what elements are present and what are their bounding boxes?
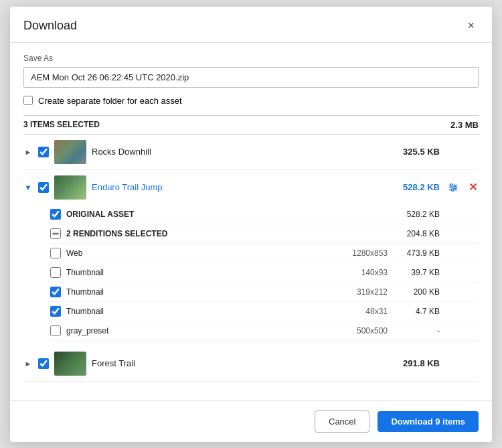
sub-row-web: Web 1280x853 473.9 KB (50, 244, 479, 263)
checkbox-enduro[interactable] (38, 182, 49, 193)
gray-preset-size: - (393, 326, 440, 335)
separate-folder-label: Create separate folder for each asset (38, 96, 182, 106)
download-dialog: Download × Save As Create separate folde… (10, 7, 492, 442)
checkbox-renditions[interactable] (50, 228, 61, 239)
thumbnail48-dim: 48x31 (334, 307, 388, 316)
thumb-enduro (54, 175, 86, 200)
web-size: 473.9 KB (393, 248, 440, 258)
save-as-input[interactable] (23, 67, 479, 88)
chevron-forest[interactable]: ► (23, 360, 33, 368)
checkbox-thumbnail319[interactable] (50, 287, 61, 297)
svg-point-3 (450, 183, 453, 186)
sub-row-gray-preset: gray_preset 500x500 - (50, 321, 479, 341)
thumb-forest (54, 352, 86, 376)
dialog-body: Save As Create separate folder for each … (10, 43, 492, 400)
close-button[interactable]: × (463, 17, 479, 34)
asset-name-rocks: Rocks Downhill (92, 147, 381, 157)
asset-name-enduro[interactable]: Enduro Trail Jump (92, 182, 381, 192)
save-as-label: Save As (23, 54, 479, 63)
checkbox-web[interactable] (50, 248, 61, 258)
thumb-rocks (54, 140, 86, 164)
checkbox-rocks[interactable] (38, 147, 49, 157)
checkbox-thumbnail48[interactable] (50, 306, 61, 317)
items-selected-label: 3 ITEMS SELECTED (23, 120, 100, 129)
asset-size-enduro: 528.2 KB (386, 182, 440, 192)
asset-row-forest: ► Forest Trail 291.8 KB (23, 346, 479, 382)
thumbnail48-label: Thumbnail (66, 307, 329, 316)
checkbox-thumbnail140[interactable] (50, 267, 61, 278)
cancel-button[interactable]: Cancel (315, 410, 369, 433)
remove-enduro-button[interactable]: ✕ (467, 179, 479, 195)
thumbnail319-dim: 319x212 (334, 287, 388, 297)
web-dim: 1280x853 (334, 248, 388, 258)
dialog-header: Download × (10, 7, 492, 43)
sub-row-renditions-header: 2 RENDITIONS SELECTED 204.8 KB (50, 224, 479, 244)
gray-preset-label: gray_preset (66, 326, 329, 335)
chevron-enduro[interactable]: ▼ (23, 183, 33, 192)
sub-rows-enduro: ORIGINAL ASSET 528.2 KB 2 RENDITIONS SEL… (23, 205, 479, 341)
checkbox-forest[interactable] (38, 358, 49, 369)
download-button[interactable]: Download 9 items (378, 411, 479, 432)
dialog-title: Download (23, 19, 77, 33)
checkbox-gray-preset[interactable] (50, 325, 61, 336)
original-label: ORIGINAL ASSET (66, 210, 329, 219)
sub-row-thumbnail140: Thumbnail 140x93 39.7 KB (50, 263, 479, 283)
chevron-rocks[interactable]: ► (23, 148, 33, 156)
separate-folder-row: Create separate folder for each asset (23, 96, 479, 106)
items-header: 3 ITEMS SELECTED 2.3 MB (23, 115, 479, 135)
asset-size-rocks: 325.5 KB (386, 147, 440, 157)
sub-row-original: ORIGINAL ASSET 528.2 KB (50, 205, 479, 224)
thumbnail48-size: 4.7 KB (393, 307, 440, 316)
asset-row-rocks: ► Rocks Downhill 325.5 KB (23, 135, 479, 170)
renditions-label: 2 RENDITIONS SELECTED (66, 229, 329, 238)
sub-row-thumbnail48: Thumbnail 48x31 4.7 KB (50, 302, 479, 321)
svg-point-4 (454, 186, 456, 189)
original-size: 528.2 KB (393, 210, 440, 219)
thumbnail319-size: 200 KB (393, 287, 440, 297)
sliders-icon (447, 181, 459, 194)
gray-preset-dim: 500x500 (334, 326, 388, 335)
items-total-size: 2.3 MB (450, 120, 479, 130)
thumbnail140-size: 39.7 KB (393, 268, 440, 277)
thumbnail140-label: Thumbnail (66, 268, 329, 277)
dialog-footer: Cancel Download 9 items (10, 400, 492, 442)
asset-size-forest: 291.8 KB (386, 358, 440, 368)
svg-point-5 (451, 188, 454, 191)
asset-name-forest: Forest Trail (92, 358, 381, 368)
sub-row-thumbnail319: Thumbnail 319x212 200 KB (50, 283, 479, 302)
thumbnail319-label: Thumbnail (66, 287, 329, 297)
settings-icon-button[interactable] (446, 180, 461, 195)
web-label: Web (66, 248, 329, 258)
renditions-size: 204.8 KB (393, 229, 440, 238)
thumbnail140-dim: 140x93 (334, 268, 388, 277)
action-icons-enduro: ✕ (445, 179, 479, 195)
asset-row-enduro: ▼ Enduro Trail Jump 528.2 KB (23, 170, 479, 205)
checkbox-original[interactable] (50, 209, 61, 220)
separate-folder-checkbox[interactable] (23, 96, 33, 105)
